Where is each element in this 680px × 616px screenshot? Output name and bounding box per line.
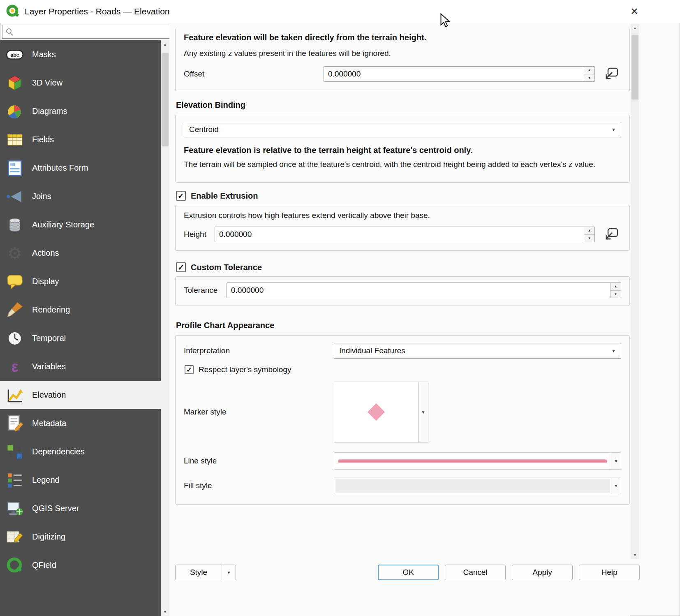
cancel-button[interactable]: Cancel bbox=[445, 565, 506, 580]
height-data-defined-override-button[interactable] bbox=[601, 227, 621, 242]
dialog-footer: Style ▼ OK Cancel Apply Help bbox=[175, 565, 640, 580]
tolerance-spinbox[interactable]: ▲ ▼ bbox=[227, 283, 621, 298]
content-scroll-up-icon[interactable]: ▲ bbox=[631, 24, 639, 32]
sidebar-item-label: Diagrams bbox=[32, 107, 67, 116]
sidebar-item-3d-view[interactable]: 3D View bbox=[0, 69, 161, 97]
sidebar-item-dependencies[interactable]: Dependencies bbox=[0, 438, 161, 466]
fields-icon bbox=[5, 130, 25, 150]
content-scroll-down-icon[interactable]: ▼ bbox=[631, 551, 639, 559]
style-button[interactable]: Style ▼ bbox=[175, 565, 236, 580]
sidebar-item-label: Display bbox=[32, 277, 59, 286]
sidebar-item-diagrams[interactable]: Diagrams bbox=[0, 97, 161, 125]
sidebar-item-rendering[interactable]: Rendering bbox=[0, 296, 161, 324]
custom-tolerance-row[interactable]: ✓ Custom Tolerance bbox=[176, 262, 630, 272]
elevation-settings-panel: Feature elevation will be taken directly… bbox=[169, 23, 630, 616]
marker-style-preview-button[interactable] bbox=[334, 382, 419, 442]
profile-chart-header: Profile Chart Appearance bbox=[176, 321, 630, 330]
sidebar-item-actions[interactable]: ⚙ Actions bbox=[0, 239, 161, 267]
sidebar-item-fields[interactable]: Fields bbox=[0, 125, 161, 154]
enable-extrusion-checkbox[interactable]: ✓ bbox=[176, 191, 186, 201]
sidebar-scroll-down-icon[interactable]: ▼ bbox=[161, 608, 169, 616]
spin-down-icon[interactable]: ▼ bbox=[584, 234, 594, 242]
marker-style-label: Marker style bbox=[184, 408, 334, 417]
sidebar-item-attributes-form[interactable]: Attributes Form bbox=[0, 154, 161, 182]
digitizing-icon bbox=[5, 527, 25, 547]
masks-icon: abc bbox=[5, 45, 25, 65]
line-style-label: Line style bbox=[184, 456, 334, 465]
height-input[interactable] bbox=[215, 227, 584, 242]
tolerance-label: Tolerance bbox=[184, 286, 227, 295]
style-dropdown-arrow-icon[interactable]: ▼ bbox=[222, 565, 236, 580]
sidebar-item-label: 3D View bbox=[32, 78, 62, 88]
elevation-binding-combobox[interactable]: Centroid ▼ bbox=[184, 122, 621, 137]
offset-spin-buttons[interactable]: ▲ ▼ bbox=[584, 67, 594, 81]
content-scrollbar-thumb[interactable] bbox=[631, 35, 638, 100]
sidebar-scrollbar[interactable]: ▲ ▼ bbox=[161, 40, 169, 616]
help-button[interactable]: Help bbox=[579, 565, 640, 580]
tolerance-spin-buttons[interactable]: ▲ ▼ bbox=[610, 283, 621, 298]
legend-icon bbox=[5, 470, 25, 490]
sidebar-item-label: Rendering bbox=[32, 305, 70, 315]
search-icon bbox=[6, 28, 13, 35]
spin-up-icon[interactable]: ▲ bbox=[584, 67, 594, 74]
sidebar-item-display[interactable]: Display bbox=[0, 267, 161, 296]
sidebar-item-qgis-server[interactable]: QGIS Server bbox=[0, 494, 161, 523]
sidebar-item-elevation[interactable]: Elevation bbox=[0, 381, 161, 409]
spin-up-icon[interactable]: ▲ bbox=[611, 283, 621, 290]
sidebar-item-legend[interactable]: Legend bbox=[0, 466, 161, 494]
sidebar-scroll-up-icon[interactable]: ▲ bbox=[161, 40, 169, 49]
spin-down-icon[interactable]: ▼ bbox=[611, 290, 621, 298]
spin-up-icon[interactable]: ▲ bbox=[584, 227, 594, 234]
content-scrollbar[interactable]: ▲ ▼ bbox=[631, 24, 639, 559]
close-button[interactable]: ✕ bbox=[625, 2, 644, 21]
custom-tolerance-checkbox[interactable]: ✓ bbox=[176, 262, 186, 272]
ok-button[interactable]: OK bbox=[378, 565, 439, 580]
line-style-dropdown-button[interactable]: ▼ bbox=[611, 453, 621, 469]
height-spin-buttons[interactable]: ▲ ▼ bbox=[584, 227, 594, 242]
variables-icon: ε bbox=[5, 357, 25, 377]
sidebar-item-joins[interactable]: Joins bbox=[0, 182, 161, 211]
fill-style-preview-button[interactable]: ▼ bbox=[334, 477, 621, 494]
offset-input[interactable] bbox=[324, 67, 584, 81]
sidebar-item-label: QField bbox=[32, 560, 56, 570]
apply-button[interactable]: Apply bbox=[512, 565, 573, 580]
fill-style-dropdown-button[interactable]: ▼ bbox=[611, 477, 621, 494]
sidebar-item-label: QGIS Server bbox=[32, 504, 79, 513]
interpretation-combobox[interactable]: Individual Features ▼ bbox=[334, 343, 621, 359]
attributes-form-icon bbox=[5, 158, 25, 178]
sidebar-item-variables[interactable]: ε Variables bbox=[0, 352, 161, 381]
sidebar-item-auxiliary-storage[interactable]: Auxiliary Storage bbox=[0, 211, 161, 239]
settings-search[interactable] bbox=[2, 25, 170, 39]
actions-icon: ⚙ bbox=[5, 243, 25, 263]
respect-symbology-row[interactable]: ✓ Respect layer's symbology bbox=[185, 365, 621, 374]
qgis-server-icon bbox=[5, 499, 25, 519]
sidebar-item-metadata[interactable]: Metadata bbox=[0, 409, 161, 438]
diagrams-icon bbox=[5, 102, 25, 121]
sidebar-scrollbar-thumb[interactable] bbox=[162, 53, 169, 146]
enable-extrusion-row[interactable]: ✓ Enable Extrusion bbox=[176, 191, 630, 201]
sidebar-item-masks[interactable]: abc Masks bbox=[0, 40, 161, 69]
sidebar-item-label: Metadata bbox=[32, 419, 66, 428]
height-spinbox[interactable]: ▲ ▼ bbox=[215, 227, 595, 242]
elevation-binding-header: Elevation Binding bbox=[176, 100, 630, 110]
line-style-preview-button[interactable]: ▼ bbox=[334, 452, 621, 470]
sidebar-item-digitizing[interactable]: Digitizing bbox=[0, 523, 161, 551]
fill-style-swatch bbox=[335, 479, 610, 493]
sidebar-item-label: Joins bbox=[32, 192, 51, 201]
search-input[interactable] bbox=[16, 28, 166, 36]
sidebar-item-temporal[interactable]: Temporal bbox=[0, 324, 161, 352]
chevron-down-icon: ▼ bbox=[611, 127, 616, 132]
sidebar-item-label: Actions bbox=[32, 248, 59, 258]
spin-down-icon[interactable]: ▼ bbox=[584, 74, 594, 82]
offset-spinbox[interactable]: ▲ ▼ bbox=[324, 66, 595, 82]
sidebar-item-qfield[interactable]: QField bbox=[0, 551, 161, 579]
binding-headline: Feature elevation is relative to the ter… bbox=[184, 146, 621, 155]
respect-symbology-checkbox[interactable]: ✓ bbox=[185, 365, 194, 374]
sidebar-item-label: Digitizing bbox=[32, 532, 65, 542]
tolerance-input[interactable] bbox=[227, 283, 610, 298]
marker-style-dropdown-button[interactable]: ▼ bbox=[419, 382, 428, 442]
offset-data-defined-override-button[interactable] bbox=[601, 66, 621, 82]
properties-sidebar: abc Masks 3D View Diagrams bbox=[0, 40, 161, 616]
sidebar-item-label: Variables bbox=[32, 362, 66, 371]
terrain-headline: Feature elevation will be taken directly… bbox=[184, 33, 621, 42]
